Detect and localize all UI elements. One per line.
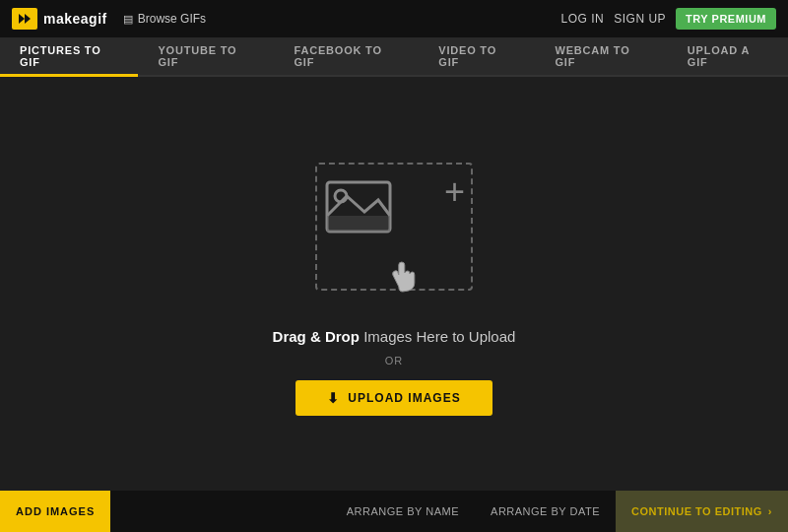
continue-label: CONTINUE TO EDITING — [631, 505, 762, 517]
login-link[interactable]: LOG IN — [561, 12, 605, 26]
drop-zone[interactable]: + — [296, 153, 492, 310]
browse-icon: ▤ — [123, 13, 133, 26]
try-premium-button[interactable]: TRY PREMIUM — [676, 8, 776, 30]
continue-arrow-icon: › — [768, 505, 772, 517]
svg-marker-1 — [25, 14, 31, 24]
continue-to-editing-button[interactable]: CONTINUE TO EDITING › — [616, 491, 788, 532]
drag-drop-bold: Drag & Drop — [273, 328, 360, 345]
upload-icon: ⬇ — [327, 390, 340, 406]
tab-upload-a-gif[interactable]: UPLOAD A GIF — [668, 37, 788, 75]
add-images-button[interactable]: ADD IMAGES — [0, 491, 110, 532]
upload-button-label: UPLOAD IMAGES — [348, 391, 460, 405]
svg-rect-4 — [327, 216, 390, 232]
drag-drop-text: Drag & Drop Images Here to Upload — [273, 328, 516, 345]
image-placeholder-icon — [323, 174, 402, 243]
logo-icon — [12, 8, 37, 30]
tab-bar: PICTURES TO GIF YOUTUBE TO GIF FACEBOOK … — [0, 37, 788, 77]
plus-icon: + — [444, 174, 465, 210]
nav-left: makeagif ▤ Browse GIFs — [12, 8, 206, 30]
tab-webcam-to-gif[interactable]: WEBCAM TO GIF — [535, 37, 667, 75]
logo[interactable]: makeagif — [12, 8, 107, 30]
tab-youtube-to-gif[interactable]: YOUTUBE TO GIF — [138, 37, 274, 75]
logo-text: makeagif — [43, 11, 107, 27]
or-divider: OR — [385, 355, 404, 366]
footer-right: ARRANGE BY NAME ARRANGE BY DATE CONTINUE… — [331, 491, 788, 532]
main-content: + Drag & Drop Images Here to Upload OR ⬇… — [0, 77, 788, 491]
arrange-by-date-button[interactable]: ARRANGE BY DATE — [475, 491, 616, 532]
nav-right: LOG IN SIGN UP TRY PREMIUM — [561, 8, 776, 30]
hand-cursor-icon — [381, 255, 425, 302]
tab-video-to-gif[interactable]: VIDEO TO GIF — [419, 37, 535, 75]
tab-facebook-to-gif[interactable]: FACEBOOK TO GIF — [275, 37, 420, 75]
drag-drop-description: Images Here to Upload — [363, 328, 515, 345]
svg-marker-0 — [19, 14, 25, 24]
arrange-by-name-button[interactable]: ARRANGE BY NAME — [331, 491, 475, 532]
browse-gifs-link[interactable]: ▤ Browse GIFs — [123, 12, 206, 26]
footer: ADD IMAGES ARRANGE BY NAME ARRANGE BY DA… — [0, 491, 788, 532]
browse-gifs-label: Browse GIFs — [138, 12, 206, 26]
top-navbar: makeagif ▤ Browse GIFs LOG IN SIGN UP TR… — [0, 0, 788, 37]
signup-link[interactable]: SIGN UP — [614, 12, 666, 26]
tab-pictures-to-gif[interactable]: PICTURES TO GIF — [0, 37, 138, 75]
upload-images-button[interactable]: ⬇ UPLOAD IMAGES — [296, 380, 492, 416]
